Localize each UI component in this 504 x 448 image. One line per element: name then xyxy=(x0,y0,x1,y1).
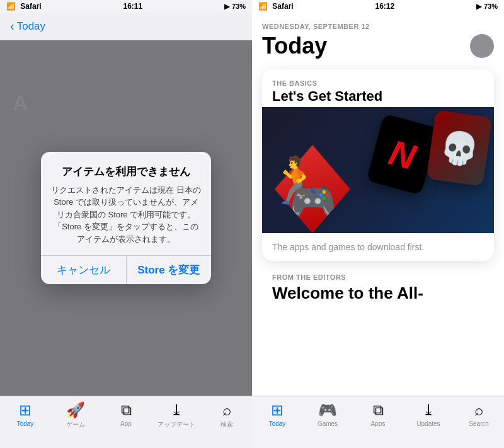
tab-app-left[interactable]: ⧉ App xyxy=(101,401,151,427)
clash-character-icon: 💀 xyxy=(437,127,481,169)
dialog-confirm-button[interactable]: Store を変更 xyxy=(127,256,212,284)
tab-today-label-left: Today xyxy=(17,420,34,427)
today-title: Today xyxy=(262,33,327,59)
left-location-icon: ▶ xyxy=(224,3,229,11)
card-footer: The apps and games to download first. xyxy=(262,233,494,261)
games-tab-icon: 🎮 xyxy=(318,401,337,419)
card-image-area: 🎮 🏃 N 💀 xyxy=(262,107,494,233)
left-status-icons: ▶ 73% xyxy=(224,3,246,11)
editors-section-title: Welcome to the All- xyxy=(272,284,484,303)
updates-tab-icon: ⤓ xyxy=(422,401,435,419)
tab-today-right[interactable]: ⊞ Today xyxy=(252,401,302,427)
clash-card: 💀 xyxy=(427,110,492,186)
left-battery-text: 73% xyxy=(232,3,246,10)
tab-updates-label-left: アップデート xyxy=(158,420,195,429)
mario-element: 🎮 🏃 xyxy=(268,126,357,233)
tab-updates-label-right: Updates xyxy=(416,420,440,427)
right-panel: 📶 Safari 16:12 ▶ 73% WEDNESDAY, SEPTEMBE… xyxy=(252,0,504,448)
from-editors-section: FROM THE EDITORS Welcome to the All- xyxy=(262,273,494,303)
games-icon: 🚀 xyxy=(66,401,85,419)
back-button[interactable]: ‹ Today xyxy=(10,19,45,33)
tab-updates-right[interactable]: ⤓ Updates xyxy=(403,401,454,427)
dialog-message: リクエストされたアイテムは現在 日本の Store では取り扱っていませんが、ア… xyxy=(51,184,201,246)
tab-games-right[interactable]: 🎮 Games xyxy=(302,401,353,427)
back-label: Today xyxy=(17,20,45,33)
tab-search-label-right: Search xyxy=(469,420,489,427)
tab-apps-right[interactable]: ⧉ Apps xyxy=(353,401,403,427)
netflix-card: N xyxy=(366,113,438,195)
card-description: The apps and games to download first. xyxy=(272,242,484,252)
right-content: WEDNESDAY, SEPTEMBER 12 Today THE BASICS… xyxy=(252,13,504,396)
right-scroll: WEDNESDAY, SEPTEMBER 12 Today THE BASICS… xyxy=(252,13,504,303)
left-content-area: A アイテムを利用できません リクエストされたアイテムは現在 日本の Store… xyxy=(0,40,252,396)
today-tab-icon: ⊞ xyxy=(271,401,284,419)
dialog-buttons: キャンセル Store を変更 xyxy=(41,255,211,284)
dialog-box: アイテムを利用できません リクエストされたアイテムは現在 日本の Store で… xyxy=(41,152,211,285)
netflix-icon: N xyxy=(385,131,420,177)
left-panel: 📶 Safari 16:11 ▶ 73% ‹ Today A アイテムを利用でき… xyxy=(0,0,252,448)
tab-search-right[interactable]: ⌕ Search xyxy=(454,401,504,427)
right-battery-text: 73% xyxy=(484,3,498,10)
left-carrier: 📶 Safari xyxy=(6,2,42,11)
tab-games-label-left: ゲーム xyxy=(66,420,85,429)
left-time: 16:11 xyxy=(123,2,142,11)
dialog-title: アイテムを利用できません xyxy=(51,164,201,179)
card-header: THE BASICS Let's Get Started xyxy=(262,69,494,107)
tab-apps-label-right: Apps xyxy=(371,420,386,427)
tab-today-left[interactable]: ⊞ Today xyxy=(0,401,50,427)
today-heading: Today xyxy=(262,33,494,59)
right-status-bar: 📶 Safari 16:12 ▶ 73% xyxy=(252,0,504,13)
tab-search-left[interactable]: ⌕ 検索 xyxy=(202,401,252,429)
right-location-icon: ▶ xyxy=(476,3,481,11)
tab-app-label-left: App xyxy=(120,420,132,427)
editors-section-label: FROM THE EDITORS xyxy=(272,273,484,281)
right-status-icons: ▶ 73% xyxy=(476,3,498,11)
app-icon: ⧉ xyxy=(121,401,132,419)
back-chevron-icon: ‹ xyxy=(10,19,14,33)
left-nav-bar: ‹ Today xyxy=(0,13,252,40)
tab-search-label-left: 検索 xyxy=(220,420,233,429)
user-avatar[interactable] xyxy=(470,34,494,58)
dialog-overlay: アイテムを利用できません リクエストされたアイテムは現在 日本の Store で… xyxy=(0,40,252,396)
tab-updates-left[interactable]: ⤓ アップデート xyxy=(151,401,202,429)
tab-games-label-right: Games xyxy=(318,420,338,427)
apps-tab-icon: ⧉ xyxy=(373,401,384,419)
right-time: 16:12 xyxy=(375,2,394,11)
updates-icon: ⤓ xyxy=(170,401,183,419)
right-tab-bar: ⊞ Today 🎮 Games ⧉ Apps ⤓ Updates ⌕ Searc… xyxy=(252,396,504,448)
left-tab-bar: ⊞ Today 🚀 ゲーム ⧉ App ⤓ アップデート ⌕ 検索 xyxy=(0,396,252,448)
card-title: Let's Get Started xyxy=(272,88,484,105)
search-tab-icon: ⌕ xyxy=(474,401,483,419)
tab-today-label-right: Today xyxy=(269,420,286,427)
search-icon-left: ⌕ xyxy=(222,401,231,419)
date-label: WEDNESDAY, SEPTEMBER 12 xyxy=(262,23,494,30)
dialog-content: アイテムを利用できません リクエストされたアイテムは現在 日本の Store で… xyxy=(41,152,211,256)
featured-card[interactable]: THE BASICS Let's Get Started 🎮 🏃 xyxy=(262,69,494,261)
right-carrier: 📶 Safari xyxy=(258,2,294,11)
card-category: THE BASICS xyxy=(272,79,484,87)
dialog-cancel-button[interactable]: キャンセル xyxy=(41,256,127,284)
left-status-bar: 📶 Safari 16:11 ▶ 73% xyxy=(0,0,252,13)
mario-icon: 🏃 xyxy=(268,154,325,208)
today-icon: ⊞ xyxy=(19,401,32,419)
tab-games-left[interactable]: 🚀 ゲーム xyxy=(50,401,101,429)
